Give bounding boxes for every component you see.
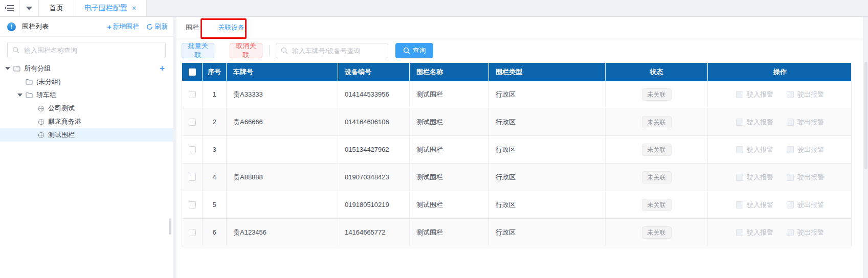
- add-fence-button[interactable]: +新增围栏: [107, 22, 139, 31]
- row-checkbox[interactable]: [189, 91, 196, 98]
- row-checkbox[interactable]: [189, 119, 196, 126]
- add-group-button[interactable]: +: [160, 63, 165, 74]
- status-badge: 未关联: [642, 144, 672, 156]
- row-select-cell: [182, 136, 203, 163]
- toolbar-divider: [269, 45, 270, 56]
- status-cell: 未关联: [606, 81, 708, 108]
- plate-cell: [227, 191, 338, 218]
- tree-node-轿车组[interactable]: 轿车组: [0, 88, 173, 102]
- enter-alarm-label: 驶入报警: [747, 173, 773, 182]
- query-button[interactable]: 查询: [395, 43, 433, 58]
- row-checkbox[interactable]: [189, 174, 196, 181]
- status-badge: 未关联: [642, 171, 672, 183]
- tree-node-测试围栏[interactable]: 测试围栏: [0, 128, 173, 142]
- fence-type: 行政区: [496, 145, 516, 154]
- enter-alarm-checkbox[interactable]: [736, 91, 743, 98]
- topbar-tab-label: 电子围栏配置: [84, 4, 127, 13]
- row-checkbox[interactable]: [189, 229, 196, 236]
- exit-alarm-checkbox[interactable]: [787, 229, 794, 236]
- caret-expanded-icon[interactable]: [17, 94, 23, 97]
- status-cell: 未关联: [606, 164, 708, 191]
- exit-alarm-checkbox[interactable]: [787, 201, 794, 208]
- exit-alarm-label: 驶出报警: [797, 200, 824, 210]
- close-icon[interactable]: ×: [132, 4, 136, 12]
- device-cell: 019070348423: [338, 164, 410, 191]
- exit-alarm-option: 驶出报警: [787, 173, 824, 182]
- select-all-cell: [182, 63, 203, 81]
- tab-fence[interactable]: 围栏: [186, 23, 199, 32]
- plate-cell: 贵A66666: [227, 108, 338, 135]
- index-cell: 5: [203, 191, 227, 218]
- column-header-2: 设备编号: [338, 63, 410, 81]
- column-header-5: 状态: [606, 63, 708, 81]
- fence-name-cell: 测试围栏: [410, 219, 489, 246]
- sidebar-scrollbar[interactable]: [169, 218, 171, 235]
- enter-alarm-checkbox[interactable]: [736, 201, 743, 208]
- row-select-cell: [182, 191, 203, 218]
- plate-cell: 贵A88888: [227, 164, 338, 191]
- tab-list-dropdown-button[interactable]: [19, 0, 39, 16]
- exit-alarm-checkbox[interactable]: [787, 119, 794, 126]
- fence-type: 行政区: [496, 118, 516, 127]
- toolbar: 批量关联 取消关联 查询: [176, 38, 863, 63]
- topbar-tab-home[interactable]: 首页: [39, 0, 74, 16]
- enter-alarm-checkbox[interactable]: [736, 229, 743, 236]
- fence-name-cell: 测试围栏: [410, 81, 489, 108]
- row-checkbox[interactable]: [189, 201, 196, 208]
- caret-expanded-icon[interactable]: [5, 67, 10, 70]
- collapse-menu-button[interactable]: [0, 0, 19, 16]
- fence-type: 行政区: [496, 173, 516, 182]
- enter-alarm-checkbox[interactable]: [736, 146, 743, 153]
- column-header-label: 状态: [650, 67, 663, 77]
- select-all-checkbox[interactable]: [189, 68, 196, 76]
- tree-node-label: 轿车组: [36, 90, 56, 100]
- fence-name-cell: 测试围栏: [410, 164, 489, 191]
- plate-cell: 贵A33333: [227, 81, 338, 108]
- enter-alarm-checkbox[interactable]: [736, 119, 743, 126]
- table-row: 3015134427962测试围栏行政区未关联驶入报警驶出报警: [182, 136, 851, 164]
- exit-alarm-checkbox[interactable]: [787, 146, 794, 153]
- fence-search-input[interactable]: [23, 46, 165, 55]
- fence-list-header: ! 围栏列表 +新增围栏 刷新: [0, 17, 173, 37]
- exit-alarm-label: 驶出报警: [797, 145, 824, 154]
- enter-alarm-checkbox[interactable]: [736, 174, 743, 181]
- exit-alarm-label: 驶出报警: [797, 228, 824, 237]
- index-cell: 3: [203, 136, 227, 163]
- topbar-tab-fence-config[interactable]: 电子围栏配置×: [74, 0, 147, 16]
- tree-node-未分组[interactable]: (未分组): [0, 75, 173, 88]
- index-cell: 4: [203, 164, 227, 191]
- plate-number: 贵A123456: [233, 228, 266, 237]
- fence-search-box: [7, 42, 166, 58]
- operation-cell: 驶入报警驶出报警: [708, 81, 852, 108]
- refresh-button[interactable]: 刷新: [146, 22, 168, 31]
- device-table: 序号车牌号设备编号围栏名称围栏类型状态操作 1贵A333330141445339…: [182, 63, 852, 246]
- row-index: 2: [212, 118, 216, 126]
- status-cell: 未关联: [606, 136, 708, 163]
- exit-alarm-option: 驶出报警: [787, 228, 824, 237]
- column-header-0: 序号: [203, 63, 227, 81]
- device-search-input[interactable]: [291, 47, 388, 55]
- page-scrollbar[interactable]: [864, 62, 867, 169]
- column-header-1: 车牌号: [227, 63, 338, 81]
- row-checkbox[interactable]: [189, 146, 196, 153]
- exit-alarm-option: 驶出报警: [787, 90, 824, 99]
- refresh-icon: [146, 24, 153, 30]
- tree-node-label: 麒龙商务港: [48, 117, 81, 126]
- fence-name: 测试围栏: [416, 90, 443, 99]
- batch-link-button[interactable]: 批量关联: [182, 43, 214, 58]
- plus-icon: +: [107, 22, 112, 31]
- tree-node-麒龙商务港[interactable]: 麒龙商务港: [0, 115, 173, 128]
- table-body: 1贵A33333014144533956测试围栏行政区未关联驶入报警驶出报警2贵…: [182, 81, 851, 246]
- tab-linked-devices[interactable]: 关联设备: [218, 23, 244, 32]
- exit-alarm-option: 驶出报警: [787, 200, 824, 210]
- exit-alarm-checkbox[interactable]: [787, 91, 794, 98]
- tree-node-公司测试[interactable]: 公司测试: [0, 102, 173, 115]
- exit-alarm-checkbox[interactable]: [787, 174, 794, 181]
- status-badge: 未关联: [642, 116, 672, 128]
- unlink-button[interactable]: 取消关联: [230, 43, 262, 58]
- enter-alarm-option: 驶入报警: [736, 228, 773, 237]
- tree-node-所有分组[interactable]: 所有分组+: [0, 62, 173, 75]
- device-number: 019070348423: [345, 173, 389, 181]
- column-header-label: 设备编号: [345, 67, 371, 77]
- column-header-label: 操作: [773, 67, 787, 77]
